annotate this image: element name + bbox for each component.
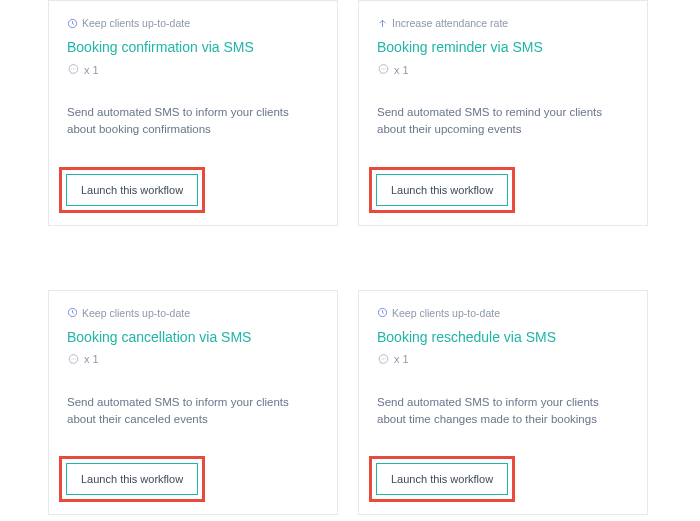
card-tag-label: Keep clients up-to-date [392,307,500,319]
clock-icon [377,307,388,318]
workflow-card: Increase attendance rate Booking reminde… [358,0,648,226]
workflow-card-grid: Keep clients up-to-date Booking confirma… [0,0,700,521]
launch-workflow-button[interactable]: Launch this workflow [376,174,508,206]
card-title[interactable]: Booking reschedule via SMS [377,329,629,345]
card-description: Send automated SMS to remind your client… [377,104,629,139]
workflow-card: Keep clients up-to-date Booking reschedu… [358,290,648,516]
arrow-up-icon [377,18,388,29]
card-description: Send automated SMS to inform your client… [67,104,319,139]
card-meta: x 1 [377,63,629,76]
workflow-card: Keep clients up-to-date Booking confirma… [48,0,338,226]
card-tag-label: Increase attendance rate [392,17,508,29]
card-description: Send automated SMS to inform your client… [377,394,629,429]
card-tag: Keep clients up-to-date [377,307,629,319]
launch-workflow-button[interactable]: Launch this workflow [66,463,198,495]
chat-icon [377,353,390,366]
workflow-card: Keep clients up-to-date Booking cancella… [48,290,338,516]
highlight-annotation: Launch this workflow [369,167,515,213]
card-tag-label: Keep clients up-to-date [82,307,190,319]
launch-workflow-button[interactable]: Launch this workflow [376,463,508,495]
card-meta-count: x 1 [84,353,99,365]
card-title[interactable]: Booking cancellation via SMS [67,329,319,345]
card-description: Send automated SMS to inform your client… [67,394,319,429]
card-title[interactable]: Booking confirmation via SMS [67,39,319,55]
chat-icon [67,63,80,76]
card-tag: Keep clients up-to-date [67,17,319,29]
card-tag-label: Keep clients up-to-date [82,17,190,29]
card-meta-count: x 1 [394,353,409,365]
highlight-annotation: Launch this workflow [369,456,515,502]
card-title[interactable]: Booking reminder via SMS [377,39,629,55]
highlight-annotation: Launch this workflow [59,456,205,502]
launch-workflow-button[interactable]: Launch this workflow [66,174,198,206]
card-tag: Keep clients up-to-date [67,307,319,319]
card-meta-count: x 1 [394,64,409,76]
card-meta: x 1 [67,63,319,76]
chat-icon [377,63,390,76]
clock-icon [67,307,78,318]
card-meta: x 1 [67,353,319,366]
card-meta: x 1 [377,353,629,366]
chat-icon [67,353,80,366]
clock-icon [67,18,78,29]
card-meta-count: x 1 [84,64,99,76]
highlight-annotation: Launch this workflow [59,167,205,213]
card-tag: Increase attendance rate [377,17,629,29]
row-spacer [48,246,652,270]
